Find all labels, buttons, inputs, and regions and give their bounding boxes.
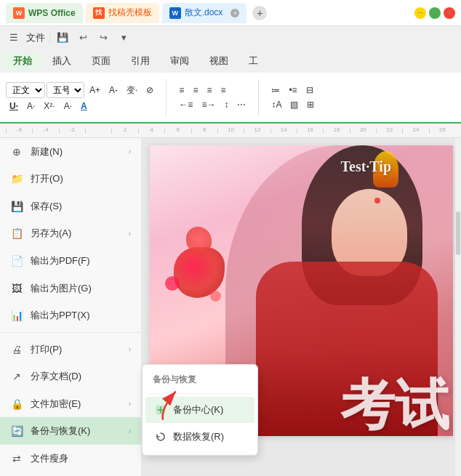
sidebar-item-template[interactable]: 📝 文档定稿 <box>0 472 141 476</box>
more-para-button[interactable]: ⋯ <box>233 98 249 111</box>
sidebar-item-save-label: 保存(S) <box>31 200 62 213</box>
doc-icon: W <box>169 7 181 19</box>
sidebar-item-new[interactable]: ⊕ 新建(N) › <box>0 138 141 166</box>
close-button[interactable]: × <box>444 7 455 19</box>
sidebar-item-save[interactable]: 💾 保存(S) <box>0 193 141 220</box>
sidebar-item-exportimg[interactable]: 🖼 输出为图片(G) <box>0 275 141 302</box>
ruler-mark: 24 <box>402 129 428 133</box>
underline-button[interactable]: U· <box>6 100 22 113</box>
multilevel-button[interactable]: ⊟ <box>302 84 317 97</box>
menu-toggle-button[interactable]: ☰ <box>6 30 22 46</box>
tab-zhaogao-label: 找稿壳模板 <box>108 7 152 19</box>
extra-row-2: ↕A ▧ ⊞ <box>268 98 318 111</box>
ruler-mark: 8 <box>191 129 217 133</box>
tab-start[interactable]: 开始 <box>3 52 42 70</box>
ruler-mark: 18 <box>323 129 349 133</box>
sort-button[interactable]: ↕A <box>268 98 285 111</box>
font-size-decrease-button[interactable]: A- <box>105 84 121 97</box>
sidebar-item-transform[interactable]: ⇄ 文件瘦身 <box>0 445 141 472</box>
ribbon-paragraph-group: ≡ ≡ ≡ ≡ ←≡ ≡→ ↕ ⋯ <box>175 84 249 111</box>
font-color-button[interactable]: A· <box>23 100 39 113</box>
scrollbar[interactable] <box>455 138 461 476</box>
tab-review[interactable]: 审阅 <box>160 52 199 70</box>
font-family-select[interactable]: 正文 <box>6 82 45 98</box>
sidebar-item-saveas[interactable]: 📋 另存为(A) › <box>0 220 141 248</box>
sidebar-item-new-label: 新建(N) <box>31 145 63 158</box>
add-icon: + <box>257 7 262 19</box>
save-icon: 💾 <box>57 32 68 43</box>
tab-wps[interactable]: W WPS Office <box>6 3 83 23</box>
font-underline2-button[interactable]: A <box>77 100 91 113</box>
indent-increase-button[interactable]: ≡→ <box>198 98 219 111</box>
bullets-icon: •≡ <box>289 85 297 95</box>
minimize-button[interactable]: ─ <box>414 7 426 19</box>
close-icon: × <box>447 9 452 17</box>
undo-button[interactable]: ↩ <box>75 30 91 46</box>
clear-format-button[interactable]: ⊘ <box>143 84 157 97</box>
hamburger-icon: ☰ <box>9 32 18 43</box>
font-size-increase-button[interactable]: A+ <box>86 84 104 97</box>
ribbon-divider-2 <box>258 79 259 116</box>
zhaogao-icon: 找 <box>93 7 105 19</box>
numbering-button[interactable]: ≔ <box>268 84 284 97</box>
maximize-button[interactable]: □ <box>429 7 441 19</box>
indent-increase-icon: ≡→ <box>201 100 215 110</box>
tab-doc[interactable]: W 散文.docx × <box>162 3 247 23</box>
more-tools-button[interactable]: ▾ <box>116 30 132 46</box>
add-tab-button[interactable]: + <box>252 6 267 20</box>
redo-button[interactable]: ↪ <box>95 30 111 46</box>
sidebar-item-open[interactable]: 📁 打开(O) <box>0 166 141 193</box>
encrypt-icon: 🔒 <box>10 398 23 411</box>
font-size-select[interactable]: 五号 <box>47 82 84 98</box>
sidebar-item-backup[interactable]: 🔄 备份与恢复(K) › <box>0 417 141 445</box>
tab-insert[interactable]: 插入 <box>42 52 81 70</box>
shading-button[interactable]: ▧ <box>286 98 302 111</box>
ruler: -6 -4 -2 2 4 6 8 10 12 14 16 18 20 22 24… <box>0 124 461 138</box>
bullets-button[interactable]: •≡ <box>285 84 300 97</box>
more-para-icon: ⋯ <box>237 100 246 110</box>
tab-view[interactable]: 视图 <box>199 52 238 70</box>
file-label[interactable]: 文件 <box>26 31 45 44</box>
save-quick-button[interactable]: 💾 <box>55 30 71 46</box>
change-case-button[interactable]: 变· <box>123 83 141 98</box>
font-row-2: U· A· X²· A· A <box>6 100 91 113</box>
scrollbar-thumb[interactable] <box>456 211 460 255</box>
redo-icon: ↪ <box>100 32 108 43</box>
manga-flower-2 <box>186 227 212 252</box>
sidebar-item-encrypt[interactable]: 🔒 文件加密(E) › <box>0 390 141 418</box>
submenu-item-data-restore[interactable]: 数据恢复(R) <box>145 424 254 450</box>
align-center-button[interactable]: ≡ <box>189 84 201 97</box>
tab-references[interactable]: 引用 <box>121 52 160 70</box>
sidebar-item-share[interactable]: ↗ 分享文档(D) <box>0 363 141 390</box>
tab-page-label: 页面 <box>92 55 111 66</box>
line-spacing-button[interactable]: ↕ <box>220 98 232 111</box>
open-icon: 📁 <box>10 172 23 185</box>
backup-arrow-icon: › <box>129 427 131 435</box>
clear-format-icon: ⊘ <box>146 85 153 95</box>
tab-page[interactable]: 页面 <box>81 52 121 70</box>
sidebar-item-exportppt[interactable]: 📊 输出为PPT(X) <box>0 302 141 329</box>
superscript-button[interactable]: X²· <box>40 100 58 113</box>
tab-zhaogao[interactable]: 找 找稿壳模板 <box>86 3 159 23</box>
font-underline2-icon: A <box>81 101 87 111</box>
title-bar: W WPS Office 找 找稿壳模板 W 散文.docx × + ─ □ × <box>0 0 461 26</box>
superscript-icon: X²· <box>44 101 55 111</box>
toolbar-separator <box>49 31 50 44</box>
borders-button[interactable]: ⊞ <box>303 98 318 111</box>
tab-close-icon[interactable]: × <box>230 9 239 17</box>
tab-tools[interactable]: 工 <box>238 52 268 70</box>
align-left-button[interactable]: ≡ <box>175 84 188 97</box>
manga-petal-1 <box>165 276 180 291</box>
highlight-icon: A· <box>64 101 72 111</box>
para-row-2: ←≡ ≡→ ↕ ⋯ <box>175 98 249 111</box>
justify-button[interactable]: ≡ <box>217 84 229 97</box>
indent-decrease-button[interactable]: ←≡ <box>175 98 196 111</box>
sidebar-item-exportpdf[interactable]: 📄 输出为PDF(F) <box>0 247 141 275</box>
highlight-button[interactable]: A· <box>60 100 76 113</box>
save-icon: 💾 <box>10 200 23 213</box>
data-restore-icon <box>154 430 167 443</box>
align-left-icon: ≡ <box>179 85 184 95</box>
ruler-mark: 10 <box>217 129 244 133</box>
sidebar-item-print[interactable]: 🖨 打印(P) › <box>0 336 141 363</box>
align-right-button[interactable]: ≡ <box>203 84 215 97</box>
